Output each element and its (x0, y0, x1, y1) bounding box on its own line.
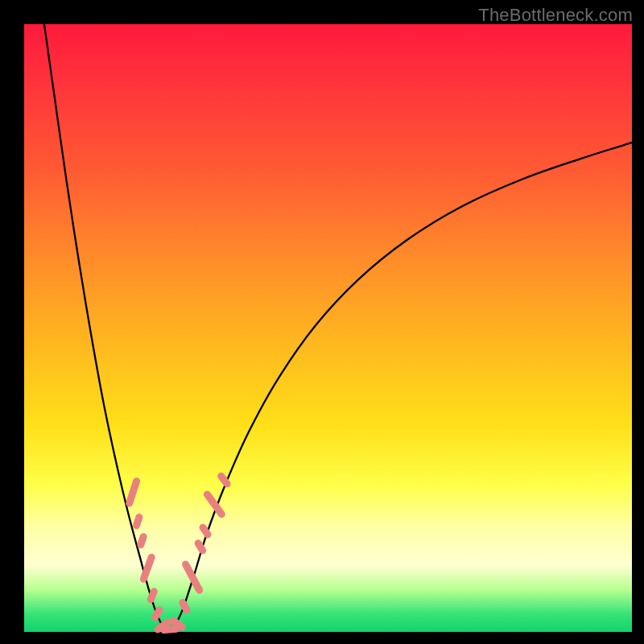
marker-point (139, 552, 156, 584)
watermark-text: TheBottleneck.com (478, 5, 633, 26)
series-right-branch (173, 142, 632, 629)
chart-svg (24, 24, 632, 632)
marker-point (132, 513, 144, 530)
series-group (44, 24, 632, 629)
marker-point (136, 532, 148, 549)
marker-point (178, 598, 192, 616)
plot-area (24, 24, 632, 632)
marker-point (181, 559, 204, 595)
marker-point (125, 477, 141, 508)
marker-group (125, 471, 232, 634)
marker-point (151, 605, 165, 623)
chart-frame: TheBottleneck.com (0, 0, 644, 644)
marker-point (193, 539, 208, 555)
